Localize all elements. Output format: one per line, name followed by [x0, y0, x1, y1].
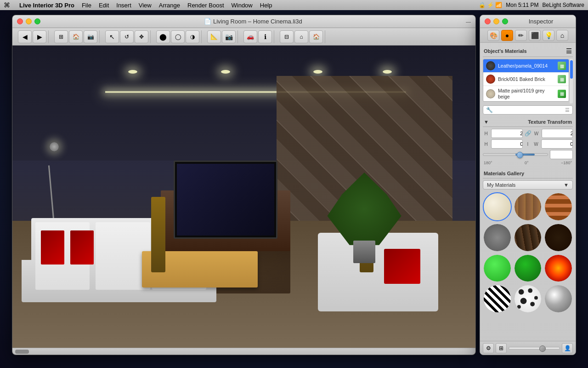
h2-input[interactable]: 0.00: [492, 140, 523, 148]
rotation-labels: 180° 0° −180°: [483, 161, 573, 165]
gallery-item-green-dark[interactable]: [514, 254, 543, 283]
app-name[interactable]: Live Interior 3D Pro: [19, 2, 74, 9]
w1-input[interactable]: 2.56: [542, 130, 573, 137]
scroll-thumb[interactable]: [15, 350, 29, 354]
material-type-icon-brick: ▦: [558, 75, 566, 83]
select-tool[interactable]: ↖: [105, 30, 119, 43]
back-btn[interactable]: ◀: [18, 30, 32, 43]
gallery-item-zebra[interactable]: [483, 284, 512, 313]
gallery-item-spots[interactable]: [514, 284, 543, 313]
header-menu-icon[interactable]: ☰: [566, 47, 572, 55]
tab-light[interactable]: 💡: [543, 30, 554, 41]
gallery-dropdown[interactable]: My Materials ▼: [483, 180, 573, 190]
rotation-input[interactable]: 0°: [550, 151, 573, 158]
svg-point-3: [520, 298, 526, 305]
menu-edit[interactable]: Edit: [99, 2, 109, 9]
armchair-pillow: [384, 249, 420, 284]
w1-label: W: [533, 131, 540, 136]
half-sphere-btn[interactable]: ◑: [186, 30, 199, 43]
tv-unit[interactable]: [161, 190, 290, 251]
ring-btn[interactable]: ◯: [171, 30, 185, 43]
objects-materials-header: Object's Materials ☰: [483, 46, 573, 57]
material-item-brick[interactable]: Brick/001 Baked Brick ▦: [483, 73, 569, 86]
camera-btn[interactable]: 📷: [84, 30, 97, 43]
maximize-button[interactable]: [34, 18, 40, 24]
material-item-paint[interactable]: Matte paint/1019 grey beige ▦: [483, 86, 569, 101]
info-btn[interactable]: ℹ: [258, 30, 272, 43]
gallery-item-green-bright[interactable]: [483, 254, 512, 283]
sphere-btn[interactable]: ⬤: [156, 30, 170, 43]
svg-point-5: [517, 305, 521, 309]
tab-paint[interactable]: 🎨: [487, 30, 499, 41]
tab-sphere[interactable]: ●: [501, 30, 513, 41]
camera2-btn[interactable]: 📷: [222, 30, 236, 43]
w1-input-group: 2.56 ▲ ▼: [542, 129, 573, 138]
menu-help[interactable]: Help: [260, 2, 272, 9]
measure-btn[interactable]: 📐: [207, 30, 221, 43]
tab-texture[interactable]: ⬛: [529, 30, 541, 41]
gallery-item-fire[interactable]: [544, 254, 573, 283]
inspector-panel: Inspector 🎨 ● ✏ ⬛ 💡 ⌂ Object's Materials…: [480, 15, 576, 355]
gallery-item-wood1[interactable]: [514, 192, 543, 221]
w2-label-spacer: I: [525, 142, 531, 147]
tab-house[interactable]: ⌂: [556, 30, 568, 41]
collapse-arrow[interactable]: ▼: [484, 119, 489, 125]
h1-input[interactable]: 2.56: [492, 130, 523, 137]
search-input[interactable]: [495, 107, 563, 113]
material-type-icon-paint: ▦: [558, 90, 566, 98]
w2-input[interactable]: 0.00: [542, 140, 573, 148]
h1-label: H: [483, 131, 489, 136]
link-icon[interactable]: 🔗: [525, 130, 531, 137]
walk-btn[interactable]: 🚗: [243, 30, 257, 43]
gallery-item-metallic[interactable]: [544, 284, 573, 313]
gallery-view-btn[interactable]: ⊞: [496, 343, 507, 353]
materials-gallery-section: Materials Gallery My Materials ▼: [483, 169, 573, 313]
viewport[interactable]: [12, 46, 475, 348]
size-slider[interactable]: [509, 347, 560, 350]
pan-tool[interactable]: ✥: [135, 30, 148, 43]
menu-render[interactable]: Render Boost: [187, 2, 224, 9]
gallery-item-darkwood[interactable]: [514, 223, 543, 252]
rotation-row: 0° ▲ ▼: [483, 150, 573, 159]
layout-btn1[interactable]: ⊟: [280, 30, 294, 43]
inspector-minimize[interactable]: [493, 18, 499, 24]
layout-btn3[interactable]: 🏠: [309, 30, 323, 43]
gallery-swatch-darkwood: [514, 224, 542, 251]
user-icon-btn[interactable]: 👤: [562, 343, 573, 353]
inspector-close[interactable]: [485, 18, 491, 24]
menu-window[interactable]: Window: [232, 2, 253, 9]
menu-arrange[interactable]: Arrange: [159, 2, 180, 9]
forward-btn[interactable]: ▶: [33, 30, 46, 43]
gallery-item-brick[interactable]: [544, 192, 573, 221]
gallery-item-cream[interactable]: [483, 192, 512, 221]
menu-insert[interactable]: Insert: [116, 2, 131, 9]
floor-plan-btn[interactable]: ⊞: [54, 30, 68, 43]
size-slider-thumb[interactable]: [539, 345, 546, 352]
gallery-item-concrete[interactable]: [483, 223, 512, 252]
tab-edit[interactable]: ✏: [515, 30, 527, 41]
3d-view-btn[interactable]: 🏠: [69, 30, 83, 43]
gallery-item-darkbrown[interactable]: [544, 223, 573, 252]
viewport-scrollbar[interactable]: [12, 348, 475, 355]
plant: [346, 172, 383, 263]
materials-list: Leather/pamela_09014 ▦ Brick/001 Baked B…: [483, 59, 569, 102]
add-material-btn[interactable]: ⚙: [483, 343, 494, 353]
layout-btn2[interactable]: ⌂: [294, 30, 308, 43]
close-button[interactable]: [17, 18, 23, 24]
measure-group: 📐 📷: [205, 30, 238, 43]
minimize-button[interactable]: [26, 18, 32, 24]
menu-view[interactable]: View: [139, 2, 152, 9]
rotation-slider[interactable]: [483, 153, 548, 156]
inspector-maximize[interactable]: [502, 18, 508, 24]
spots-svg: [514, 285, 542, 312]
material-item-leather[interactable]: Leather/pamela_09014 ▦: [483, 59, 569, 73]
apple-menu[interactable]: ⌘: [4, 1, 10, 9]
gallery-swatch-zebra: [484, 285, 511, 312]
material-search: 🔧 ☰: [483, 105, 573, 115]
menu-file[interactable]: File: [82, 2, 91, 9]
orbit-tool[interactable]: ↺: [120, 30, 134, 43]
rotation-thumb[interactable]: [517, 152, 523, 158]
materials-scrollbar[interactable]: [569, 59, 573, 104]
texture-row-1: H 2.56 ▲ ▼ 🔗 W 2.56 ▲ ▼: [483, 129, 573, 138]
collapse-icon[interactable]: —: [466, 19, 471, 24]
